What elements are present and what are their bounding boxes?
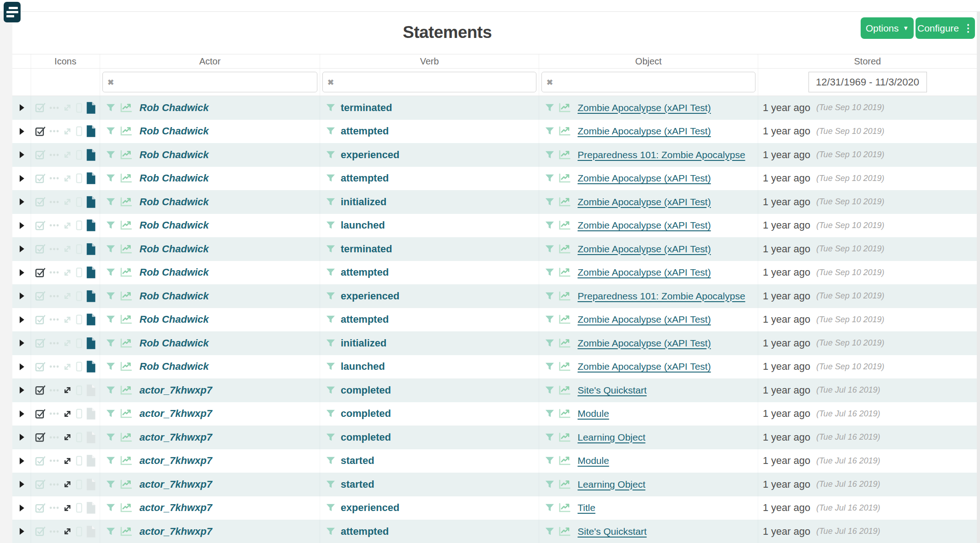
clear-object-filter-icon[interactable]: ✖ xyxy=(546,77,553,87)
chart-trend-icon[interactable] xyxy=(558,455,572,467)
ellipsis-icon[interactable] xyxy=(49,129,59,133)
document-icon[interactable] xyxy=(86,525,96,538)
ellipsis-icon[interactable] xyxy=(49,389,59,392)
object-link[interactable]: Zombie Apocalypse (xAPI Test) xyxy=(578,197,711,208)
chart-trend-icon[interactable] xyxy=(558,337,572,349)
select-checkbox-icon[interactable] xyxy=(35,267,46,278)
object-link[interactable]: Preparedness 101: Zombie Apocalypse xyxy=(578,291,745,302)
filter-funnel-icon[interactable] xyxy=(326,173,336,183)
actor-name[interactable]: actor_7khwxp7 xyxy=(139,526,212,538)
actor-name[interactable]: actor_7khwxp7 xyxy=(139,455,212,467)
filter-funnel-icon[interactable] xyxy=(326,456,336,466)
ellipsis-icon[interactable] xyxy=(49,436,59,439)
chart-trend-icon[interactable] xyxy=(119,243,133,255)
filter-funnel-icon[interactable] xyxy=(106,385,116,395)
filter-funnel-icon[interactable] xyxy=(106,456,116,466)
ellipsis-icon[interactable] xyxy=(49,506,59,510)
object-link[interactable]: Zombie Apocalypse (xAPI Test) xyxy=(578,126,711,137)
select-checkbox-icon[interactable] xyxy=(35,220,46,231)
select-checkbox-icon[interactable] xyxy=(35,337,46,349)
expand-arrows-icon[interactable] xyxy=(62,126,73,137)
clear-actor-filter-icon[interactable]: ✖ xyxy=(107,77,114,87)
chart-trend-icon[interactable] xyxy=(119,361,133,373)
filter-funnel-icon[interactable] xyxy=(106,197,116,207)
document-icon[interactable] xyxy=(86,172,96,185)
expand-arrows-icon[interactable] xyxy=(62,409,73,419)
table-row[interactable]: Rob Chadwick terminated Zombie Apocalyps… xyxy=(12,237,977,261)
document-icon[interactable] xyxy=(86,196,96,208)
document-icon[interactable] xyxy=(86,101,96,114)
chart-trend-icon[interactable] xyxy=(119,149,133,161)
filter-funnel-icon[interactable] xyxy=(545,527,555,537)
mobile-icon[interactable] xyxy=(76,527,82,537)
filter-funnel-icon[interactable] xyxy=(326,503,336,513)
document-icon[interactable] xyxy=(86,478,96,491)
filter-funnel-icon[interactable] xyxy=(545,197,555,207)
filter-funnel-icon[interactable] xyxy=(106,103,116,113)
ellipsis-icon[interactable] xyxy=(49,483,59,486)
chart-trend-icon[interactable] xyxy=(558,526,572,538)
filter-funnel-icon[interactable] xyxy=(106,314,116,325)
filter-funnel-icon[interactable] xyxy=(326,479,336,490)
expand-row-button[interactable] xyxy=(19,128,24,135)
table-row[interactable]: Rob Chadwick attempted Zombie Apocalypse… xyxy=(12,167,977,191)
actor-name[interactable]: Rob Chadwick xyxy=(139,196,209,208)
object-link[interactable]: Zombie Apocalypse (xAPI Test) xyxy=(578,314,711,325)
filter-funnel-icon[interactable] xyxy=(326,197,336,207)
filter-funnel-icon[interactable] xyxy=(326,432,336,442)
document-icon[interactable] xyxy=(86,219,96,232)
actor-name[interactable]: Rob Chadwick xyxy=(139,314,209,325)
select-checkbox-icon[interactable] xyxy=(35,526,46,537)
chart-trend-icon[interactable] xyxy=(558,243,572,255)
filter-funnel-icon[interactable] xyxy=(545,103,555,113)
chart-trend-icon[interactable] xyxy=(119,502,133,514)
chart-trend-icon[interactable] xyxy=(558,384,572,396)
ellipsis-icon[interactable] xyxy=(49,365,59,368)
filter-funnel-icon[interactable] xyxy=(106,267,116,277)
table-row[interactable]: Rob Chadwick experienced Preparedness 10… xyxy=(12,143,977,167)
table-row[interactable]: Rob Chadwick terminated Zombie Apocalyps… xyxy=(12,96,977,120)
object-link[interactable]: Module xyxy=(578,455,609,466)
filter-funnel-icon[interactable] xyxy=(326,362,336,372)
expand-row-button[interactable] xyxy=(19,245,24,252)
expand-row-button[interactable] xyxy=(19,222,24,229)
select-checkbox-icon[interactable] xyxy=(35,126,46,137)
expand-row-button[interactable] xyxy=(19,528,24,535)
mobile-icon[interactable] xyxy=(76,432,82,442)
actor-name[interactable]: Rob Chadwick xyxy=(139,266,209,278)
mobile-icon[interactable] xyxy=(76,338,82,348)
document-icon[interactable] xyxy=(86,149,96,161)
expand-row-button[interactable] xyxy=(19,151,24,158)
mobile-icon[interactable] xyxy=(76,173,82,183)
expand-row-button[interactable] xyxy=(19,198,24,205)
actor-name[interactable]: Rob Chadwick xyxy=(139,219,209,231)
ellipsis-icon[interactable] xyxy=(49,294,59,298)
expand-arrows-icon[interactable] xyxy=(62,220,73,231)
filter-funnel-icon[interactable] xyxy=(326,150,336,160)
filter-funnel-icon[interactable] xyxy=(326,103,336,113)
chart-trend-icon[interactable] xyxy=(119,102,133,114)
table-row[interactable]: actor_7khwxp7 started Learning Object 1 … xyxy=(12,473,977,496)
scrollbar[interactable] xyxy=(977,12,980,543)
object-link[interactable]: Zombie Apocalypse (xAPI Test) xyxy=(578,338,711,349)
expand-arrows-icon[interactable] xyxy=(62,385,73,395)
chart-trend-icon[interactable] xyxy=(119,455,133,467)
filter-funnel-icon[interactable] xyxy=(106,220,116,230)
expand-row-button[interactable] xyxy=(19,458,24,464)
actor-name[interactable]: actor_7khwxp7 xyxy=(139,408,212,420)
filter-funnel-icon[interactable] xyxy=(326,409,336,419)
select-checkbox-icon[interactable] xyxy=(35,314,46,325)
object-link[interactable]: Site's Quickstart xyxy=(578,385,647,396)
verb-filter-input[interactable] xyxy=(322,72,536,92)
select-checkbox-icon[interactable] xyxy=(35,408,46,420)
object-link[interactable]: Zombie Apocalypse (xAPI Test) xyxy=(578,244,711,255)
expand-arrows-icon[interactable] xyxy=(62,456,73,466)
select-checkbox-icon[interactable] xyxy=(35,502,46,514)
chart-trend-icon[interactable] xyxy=(558,266,572,278)
chart-trend-icon[interactable] xyxy=(558,172,572,184)
mobile-icon[interactable] xyxy=(76,244,82,254)
mobile-icon[interactable] xyxy=(76,314,82,325)
mobile-icon[interactable] xyxy=(76,456,82,466)
filter-funnel-icon[interactable] xyxy=(106,291,116,301)
ellipsis-icon[interactable] xyxy=(49,153,59,157)
